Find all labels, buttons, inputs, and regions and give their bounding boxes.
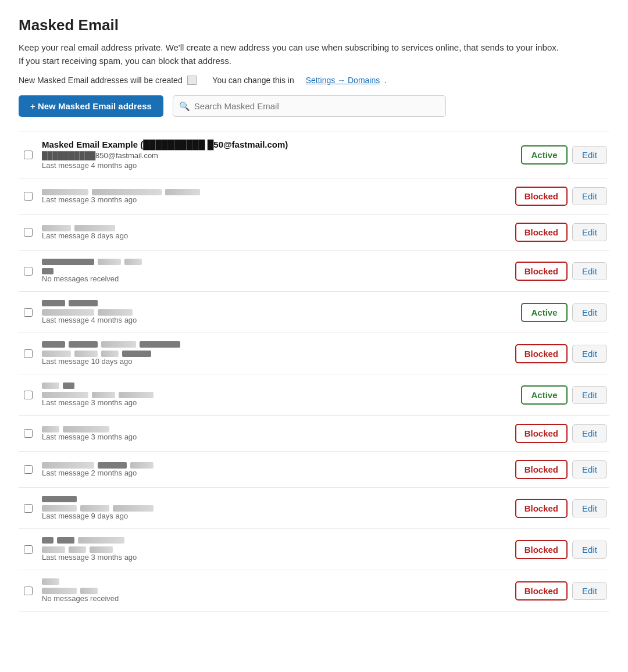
last-message-text: Last message 3 months ago	[42, 553, 508, 562]
row-info: Last message 2 months ago	[42, 462, 508, 477]
search-box: 🔍	[173, 95, 446, 117]
row-info: No messages received	[42, 578, 508, 603]
row-info: Last message 3 months ago	[42, 537, 508, 562]
email-redacted-addr	[42, 309, 514, 316]
row-info: Last message 3 months ago	[42, 189, 508, 204]
status-badge: Active	[521, 303, 568, 322]
row-actions: BlockedEdit	[515, 499, 607, 518]
row-checkbox[interactable]	[24, 308, 33, 317]
row-info: Last message 3 months ago	[42, 426, 508, 441]
edit-button[interactable]: Edit	[572, 424, 607, 442]
last-message-text: No messages received	[42, 594, 508, 603]
status-badge: Blocked	[515, 581, 568, 600]
table-row: Last message 3 months agoBlockedEdit	[19, 416, 609, 452]
row-checkbox[interactable]	[24, 228, 33, 237]
table-row: Last message 3 months agoBlockedEdit	[19, 529, 609, 570]
edit-button[interactable]: Edit	[572, 303, 607, 321]
row-actions: BlockedEdit	[515, 262, 607, 281]
email-redacted-name	[42, 537, 508, 544]
edit-button[interactable]: Edit	[572, 541, 607, 559]
settings-domains-link[interactable]: Settings → Domains	[306, 76, 380, 85]
table-row: No messages receivedBlockedEdit	[19, 251, 609, 292]
email-redacted-addr	[42, 546, 508, 553]
row-actions: ActiveEdit	[521, 145, 607, 165]
row-checkbox[interactable]	[24, 587, 33, 595]
new-masked-email-button[interactable]: + New Masked Email address	[19, 95, 163, 117]
row-checkbox[interactable]	[24, 545, 33, 554]
email-redacted-name	[42, 189, 508, 195]
status-badge: Blocked	[515, 540, 568, 559]
row-info: Last message 10 days ago	[42, 341, 508, 366]
status-badge: Blocked	[515, 424, 568, 443]
table-row: Masked Email Example (██████████ █50@fas…	[19, 131, 609, 178]
row-info: Last message 4 months ago	[42, 300, 514, 324]
row-checkbox[interactable]	[24, 267, 33, 276]
edit-button[interactable]: Edit	[572, 499, 607, 517]
search-icon: 🔍	[179, 101, 190, 112]
edit-button[interactable]: Edit	[572, 460, 607, 478]
last-message-text: No messages received	[42, 274, 508, 283]
row-checkbox[interactable]	[24, 465, 33, 474]
edit-button[interactable]: Edit	[572, 262, 607, 280]
row-checkbox[interactable]	[24, 349, 33, 358]
row-info: Last message 3 months ago	[42, 383, 514, 407]
email-redacted-addr	[42, 268, 508, 274]
status-badge: Blocked	[515, 344, 568, 363]
edit-button[interactable]: Edit	[572, 345, 607, 363]
email-redacted-name	[42, 259, 508, 265]
table-row: Last message 9 days agoBlockedEdit	[19, 488, 609, 529]
settings-note-text: New Masked Email addresses will be creat…	[19, 76, 183, 85]
row-checkbox-col	[21, 465, 35, 474]
edit-button[interactable]: Edit	[572, 582, 607, 600]
last-message-text: Last message 10 days ago	[42, 357, 508, 366]
last-message-text: Last message 3 months ago	[42, 195, 508, 204]
row-checkbox-col	[21, 587, 35, 595]
settings-suffix: .	[384, 76, 387, 85]
row-info: No messages received	[42, 259, 508, 283]
status-badge: Active	[521, 385, 568, 405]
row-checkbox-col	[21, 545, 35, 554]
row-actions: BlockedEdit	[515, 223, 607, 242]
row-actions: BlockedEdit	[515, 460, 607, 479]
email-redacted-addr	[42, 392, 514, 398]
row-checkbox-col	[21, 192, 35, 201]
row-checkbox-col	[21, 504, 35, 513]
email-redacted-addr	[42, 351, 508, 357]
row-info: Masked Email Example (██████████ █50@fas…	[42, 140, 514, 170]
page-description: Keep your real email address private. We…	[19, 41, 565, 67]
email-redacted-name	[42, 496, 508, 502]
last-message-text: Last message 4 months ago	[42, 316, 514, 324]
row-checkbox[interactable]	[24, 192, 33, 201]
edit-button[interactable]: Edit	[572, 223, 607, 241]
row-actions: BlockedEdit	[515, 424, 607, 443]
new-email-toggle[interactable]	[187, 76, 197, 85]
row-checkbox[interactable]	[24, 391, 33, 399]
row-checkbox[interactable]	[24, 429, 33, 438]
status-badge: Blocked	[515, 223, 568, 242]
status-badge: Blocked	[515, 499, 568, 518]
row-info: Last message 8 days ago	[42, 225, 508, 240]
email-redacted-name	[42, 426, 508, 432]
row-checkbox[interactable]	[24, 151, 33, 159]
row-checkbox-col	[21, 151, 35, 159]
row-checkbox-col	[21, 267, 35, 276]
last-message-text: Last message 2 months ago	[42, 469, 508, 477]
toolbar: + New Masked Email address 🔍	[19, 95, 609, 117]
edit-button[interactable]: Edit	[572, 386, 607, 404]
row-checkbox-col	[21, 228, 35, 237]
page-title: Masked Email	[19, 16, 609, 34]
row-actions: BlockedEdit	[515, 540, 607, 559]
row-checkbox[interactable]	[24, 504, 33, 513]
email-redacted-addr	[42, 505, 508, 512]
email-redacted-addr	[42, 588, 508, 594]
row-actions: BlockedEdit	[515, 187, 607, 206]
email-redacted-name	[42, 225, 508, 231]
edit-button[interactable]: Edit	[572, 146, 607, 164]
last-message-text: Last message 8 days ago	[42, 231, 508, 240]
row-actions: BlockedEdit	[515, 581, 607, 600]
row-actions: BlockedEdit	[515, 344, 607, 363]
edit-button[interactable]: Edit	[572, 187, 607, 205]
email-redacted-name	[42, 300, 514, 306]
search-input[interactable]	[173, 95, 446, 117]
last-message-text: Last message 3 months ago	[42, 432, 508, 441]
